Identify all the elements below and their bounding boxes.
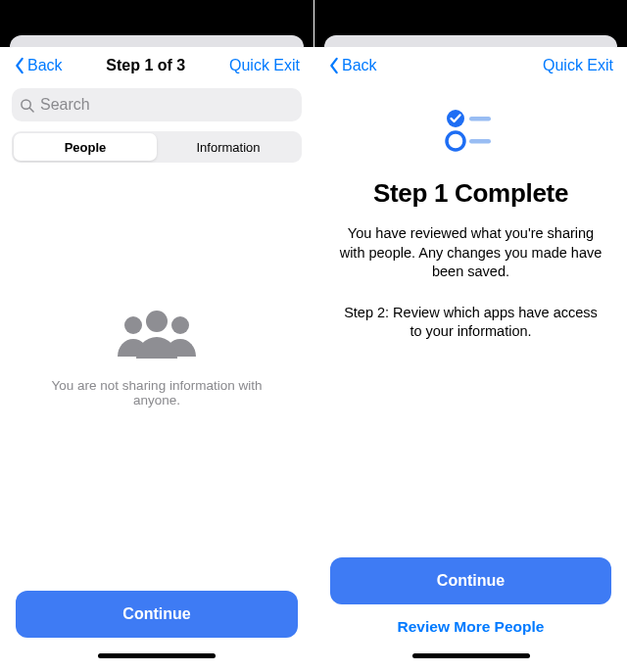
back-button[interactable]: Back <box>328 57 377 74</box>
footer-actions: Continue Review More People <box>314 548 627 672</box>
svg-point-3 <box>171 316 189 334</box>
chevron-left-icon <box>14 57 25 74</box>
search-field[interactable] <box>40 96 294 114</box>
stacked-sheet-background <box>0 29 314 47</box>
modal-sheet: Back Step 1 of 3 Quick Exit People Infor… <box>0 47 314 672</box>
tab-information[interactable]: Information <box>157 133 300 161</box>
stacked-sheet-background <box>314 29 627 47</box>
status-bar <box>0 0 314 29</box>
empty-state: You are not sharing information with any… <box>0 163 314 581</box>
checklist-icon <box>444 108 499 153</box>
nav-bar: Back Step 1 of 3 Quick Exit <box>0 47 314 80</box>
page-title: Step 1 of 3 <box>106 57 185 74</box>
complete-title: Step 1 Complete <box>373 178 568 209</box>
svg-point-7 <box>447 132 464 150</box>
back-label: Back <box>342 57 377 74</box>
quick-exit-button[interactable]: Quick Exit <box>229 57 300 74</box>
search-icon <box>20 98 34 113</box>
svg-rect-6 <box>469 117 491 121</box>
nav-bar: Back Quick Exit <box>314 47 627 80</box>
home-indicator <box>412 653 530 658</box>
svg-point-2 <box>124 316 142 334</box>
empty-state-text: You are not sharing information with any… <box>27 378 286 408</box>
svg-point-4 <box>146 311 168 332</box>
footer-actions: Continue <box>0 581 314 672</box>
review-more-people-button[interactable]: Review More People <box>398 614 545 638</box>
complete-content: Step 1 Complete You have reviewed what y… <box>314 80 627 548</box>
home-indicator <box>98 653 216 658</box>
quick-exit-button[interactable]: Quick Exit <box>543 57 613 74</box>
screen-step1-sharing: Back Step 1 of 3 Quick Exit People Infor… <box>0 0 314 672</box>
svg-line-1 <box>29 108 33 112</box>
svg-rect-8 <box>469 139 491 144</box>
status-bar <box>314 0 627 29</box>
chevron-left-icon <box>328 57 340 74</box>
continue-button[interactable]: Continue <box>16 591 298 638</box>
continue-button[interactable]: Continue <box>330 557 611 604</box>
screen-step1-complete: Back Quick Exit Step 1 Complete You have… <box>314 0 627 672</box>
next-step-text: Step 2: Review which apps have access to… <box>338 304 603 342</box>
people-icon <box>112 308 202 362</box>
back-button[interactable]: Back <box>14 57 63 74</box>
tab-people[interactable]: People <box>14 133 157 161</box>
complete-body: You have reviewed what you're sharing wi… <box>338 224 603 282</box>
segmented-control: People Information <box>12 131 302 163</box>
back-label: Back <box>27 57 63 74</box>
modal-sheet: Back Quick Exit Step 1 Complete You have… <box>314 47 627 672</box>
search-input[interactable] <box>12 88 302 121</box>
